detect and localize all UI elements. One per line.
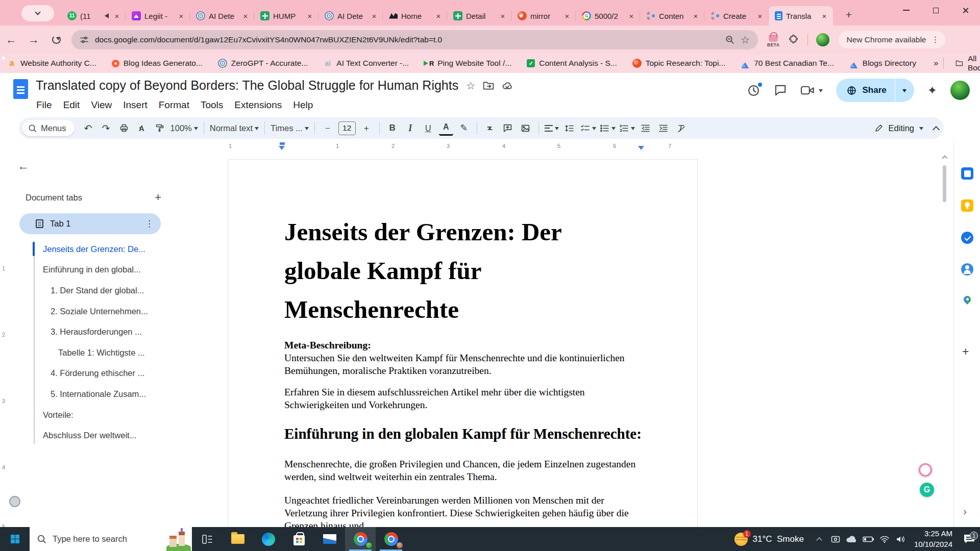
text-color-button[interactable]: A: [439, 120, 453, 136]
decrease-font-button[interactable]: −: [321, 120, 335, 136]
extensions-puzzle-icon[interactable]: [788, 34, 799, 45]
back-button[interactable]: ←: [0, 29, 22, 51]
menu-item[interactable]: View: [85, 97, 117, 113]
outline-item[interactable]: Jenseits der Grenzen: De...: [33, 239, 201, 260]
tasks-icon[interactable]: [961, 232, 973, 244]
chrome-button[interactable]: [345, 527, 376, 551]
page-title[interactable]: Translated copy of Beyond Borders: The G…: [36, 78, 458, 93]
browser-tab[interactable]: Detail ×: [447, 6, 511, 26]
hide-menus-icon[interactable]: [933, 126, 940, 133]
maximize-button[interactable]: [921, 0, 950, 20]
close-panel-button[interactable]: ←: [17, 159, 29, 173]
font-select[interactable]: Times ...: [271, 120, 309, 136]
browser-tab[interactable]: Home ×: [383, 6, 447, 26]
spellcheck-button[interactable]: A✓: [135, 120, 149, 136]
keep-icon[interactable]: [961, 199, 973, 212]
battery-button[interactable]: [860, 527, 876, 551]
outline-item[interactable]: 2. Soziale Unternehmen...: [33, 301, 201, 322]
browser-tab[interactable]: HUMP ×: [254, 6, 318, 26]
tab-close-icon[interactable]: ×: [498, 11, 507, 20]
gemini-sparkle-icon[interactable]: ✦: [927, 84, 937, 97]
align-button[interactable]: [545, 120, 559, 136]
first-line-indent-marker[interactable]: [280, 142, 285, 145]
tab-search-button[interactable]: [21, 5, 54, 21]
beta-extension-button[interactable]: BETA: [767, 32, 780, 47]
taskbar-clock[interactable]: 3:25 AM 10/10/2024: [909, 529, 959, 549]
url-text[interactable]: docs.google.com/document/d/1gaw12Eu7xCvi…: [95, 35, 719, 44]
add-tab-button[interactable]: +: [155, 191, 161, 204]
tab-options-icon[interactable]: ⋮: [145, 218, 154, 229]
bookmark-item[interactable]: R Ping Website Tool /...: [424, 59, 511, 68]
tab-close-icon[interactable]: ×: [241, 11, 250, 20]
bookmark-item[interactable]: Blog Ideas Generato...: [112, 59, 203, 68]
tab-close-icon[interactable]: ×: [691, 11, 700, 20]
file-explorer-button[interactable]: [223, 527, 253, 551]
browser-tab[interactable]: Legiit - ×: [126, 6, 190, 26]
tab-close-icon[interactable]: ×: [177, 11, 186, 20]
share-dropdown[interactable]: [895, 79, 914, 102]
menu-item[interactable]: Extensions: [229, 97, 287, 113]
minimize-button[interactable]: [891, 0, 921, 20]
tab-close-icon[interactable]: ×: [755, 11, 765, 20]
bookmark-item[interactable]: ZeroGPT - Accurate...: [218, 59, 308, 68]
tab-close-icon[interactable]: ×: [627, 11, 636, 20]
font-size-field[interactable]: 12: [338, 121, 356, 135]
right-indent-marker[interactable]: [638, 146, 644, 153]
bookmark-item[interactable]: 70 Best Canadian Te...: [741, 59, 834, 68]
account-avatar[interactable]: [950, 81, 970, 100]
zoom-select[interactable]: 100%: [170, 120, 198, 136]
onedrive-button[interactable]: [844, 527, 860, 551]
increase-indent-button[interactable]: [656, 120, 671, 136]
outline-item[interactable]: Vorteile:: [33, 405, 201, 425]
comments-button[interactable]: [774, 84, 787, 97]
bookmark-item[interactable]: a Website Authority C...: [7, 59, 96, 68]
underline-button[interactable]: U: [421, 120, 435, 136]
maps-icon[interactable]: [961, 295, 973, 307]
bookmark-item[interactable]: Topic Research: Topi...: [632, 59, 726, 68]
bookmark-item[interactable]: ai AI Text Converter -...: [323, 59, 409, 68]
tab-close-icon[interactable]: ×: [112, 11, 121, 20]
outline-item[interactable]: 1. Der Stand der global...: [33, 280, 201, 301]
version-history-button[interactable]: [747, 84, 761, 97]
tab-close-icon[interactable]: ×: [370, 11, 379, 20]
menu-item[interactable]: Format: [153, 97, 195, 113]
editing-mode-select[interactable]: Editing: [871, 123, 926, 133]
move-folder-icon[interactable]: [483, 81, 494, 90]
print-button[interactable]: [117, 120, 131, 136]
menu-item[interactable]: Insert: [117, 97, 153, 113]
browser-tab[interactable]: Create ×: [704, 6, 769, 26]
menu-item[interactable]: File: [31, 97, 58, 113]
game-icon[interactable]: [165, 527, 192, 551]
left-indent-marker[interactable]: [279, 146, 285, 153]
menu-item[interactable]: Help: [287, 97, 318, 113]
outline-item[interactable]: 4. Förderung ethischer ...: [33, 363, 201, 384]
weather-widget[interactable]: 1 31°C Smoke: [727, 527, 811, 551]
cloud-status-icon[interactable]: [502, 81, 513, 90]
horizontal-ruler[interactable]: 11234567: [228, 142, 698, 152]
audio-speaker-icon[interactable]: [102, 13, 109, 18]
browser-tab[interactable]: Conten ×: [640, 6, 704, 26]
browser-tab[interactable]: Transla ×: [769, 6, 833, 26]
meet-call-button[interactable]: [800, 84, 823, 96]
undo-button[interactable]: ↶: [81, 120, 95, 136]
close-button[interactable]: [950, 0, 980, 20]
search-input[interactable]: Type here to search: [53, 534, 159, 544]
scroll-up-arrow[interactable]: [942, 155, 947, 161]
new-tab-button[interactable]: +: [841, 7, 856, 22]
outline-item[interactable]: 5. Internationale Zusam...: [33, 384, 201, 405]
tab-close-icon[interactable]: ×: [562, 11, 572, 20]
outline-item[interactable]: Abschluss Der weltweit...: [33, 425, 201, 446]
bookmark-item[interactable]: ✓ Content Analysis - S...: [527, 59, 617, 68]
outline-item[interactable]: 3. Herausforderungen ...: [33, 321, 201, 342]
redo-button[interactable]: ↷: [99, 120, 113, 136]
bookmarks-overflow-icon[interactable]: »: [934, 58, 938, 68]
notification-center-button[interactable]: 1: [959, 535, 980, 543]
taskbar-search[interactable]: Type here to search: [30, 527, 192, 551]
checklist-button[interactable]: [580, 120, 596, 136]
paragraph-style-select[interactable]: Normal text: [210, 120, 259, 136]
insert-link-button[interactable]: [483, 120, 497, 136]
google-docs-icon[interactable]: [13, 79, 28, 99]
bold-button[interactable]: B: [385, 120, 400, 136]
decrease-indent-button[interactable]: [639, 120, 653, 136]
bulleted-list-button[interactable]: [600, 120, 616, 136]
